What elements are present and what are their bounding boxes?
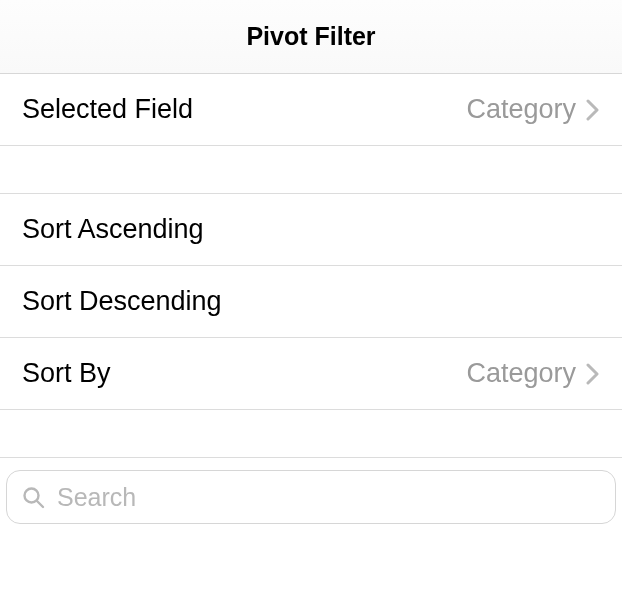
selected-field-row[interactable]: Selected Field Category <box>0 74 622 146</box>
selected-field-value: Category <box>466 94 576 125</box>
section-gap <box>0 146 622 194</box>
sort-ascending-label: Sort Ascending <box>22 214 600 245</box>
page-title: Pivot Filter <box>246 22 375 51</box>
selected-field-label: Selected Field <box>22 94 466 125</box>
search-icon <box>21 485 45 509</box>
chevron-right-icon <box>586 99 600 121</box>
search-input[interactable] <box>57 483 601 512</box>
search-container <box>0 458 622 524</box>
sort-ascending-row[interactable]: Sort Ascending <box>0 194 622 266</box>
sort-descending-row[interactable]: Sort Descending <box>0 266 622 338</box>
sort-by-label: Sort By <box>22 358 466 389</box>
sort-by-value: Category <box>466 358 576 389</box>
sort-by-row[interactable]: Sort By Category <box>0 338 622 410</box>
sort-descending-label: Sort Descending <box>22 286 600 317</box>
header: Pivot Filter <box>0 0 622 74</box>
search-field[interactable] <box>6 470 616 524</box>
section-gap <box>0 410 622 458</box>
chevron-right-icon <box>586 363 600 385</box>
svg-line-1 <box>37 501 43 507</box>
